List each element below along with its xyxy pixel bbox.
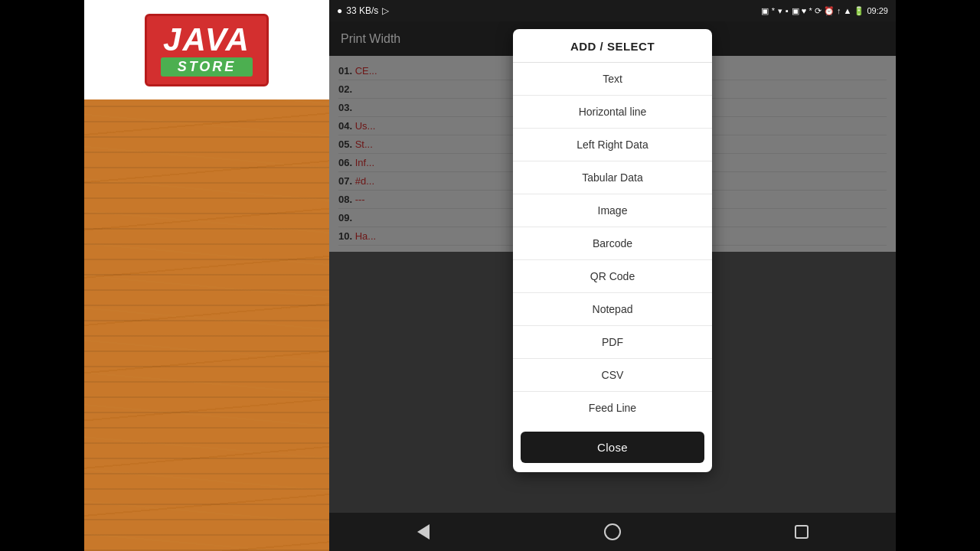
modal-dialog: ADD / SELECT Text Horizontal line Left R… xyxy=(513,29,712,472)
menu-item-left-right-data[interactable]: Left Right Data xyxy=(513,129,712,161)
nav-back-button[interactable] xyxy=(410,518,437,546)
left-bar xyxy=(0,0,84,551)
modal-overlay: ADD / SELECT Text Horizontal line Left R… xyxy=(329,21,896,513)
back-icon xyxy=(417,524,430,540)
status-bt-icon: * xyxy=(772,6,775,15)
status-wifi-icon: ▾ xyxy=(778,6,782,16)
menu-item-feed-line[interactable]: Feed Line xyxy=(513,392,712,424)
status-cast-icon: ▣ xyxy=(761,6,769,16)
menu-item-horizontal-line[interactable]: Horizontal line xyxy=(513,96,712,129)
menu-item-pdf[interactable]: PDF xyxy=(513,326,712,359)
menu-item-image[interactable]: Image xyxy=(513,194,712,227)
menu-item-barcode[interactable]: Barcode xyxy=(513,227,712,260)
modal-title: ADD / SELECT xyxy=(513,29,712,63)
menu-item-csv[interactable]: CSV xyxy=(513,359,712,392)
home-icon xyxy=(604,523,621,540)
status-left-icons: ● 33 KB/s ▷ xyxy=(337,5,389,16)
status-right-icons: ▣ * ▾ ▪ ▣ ♥ * ⟳ ⏰ ↑ ▲ 🔋 09:29 xyxy=(761,6,888,16)
menu-item-text[interactable]: Text xyxy=(513,63,712,96)
nav-bar xyxy=(329,513,896,551)
status-play-icon: ▷ xyxy=(382,5,389,16)
logo-container: JAVA STORE xyxy=(84,0,329,99)
modal-items-list: Text Horizontal line Left Right Data Tab… xyxy=(513,63,712,424)
logo-box: JAVA STORE xyxy=(145,14,270,86)
recents-icon xyxy=(795,525,808,539)
menu-item-notepad[interactable]: Notepad xyxy=(513,293,712,326)
logo-store-bar: STORE xyxy=(161,57,253,77)
logo-store-text: STORE xyxy=(178,59,237,74)
status-app-icon: ● xyxy=(337,5,342,16)
nav-home-button[interactable] xyxy=(599,518,626,546)
close-button[interactable]: Close xyxy=(521,432,704,463)
status-data-speed: 33 KB/s xyxy=(346,5,378,16)
logo-java: JAVA xyxy=(163,24,250,56)
status-bar: ● 33 KB/s ▷ ▣ * ▾ ▪ ▣ ♥ * ⟳ ⏰ ↑ ▲ 🔋 09:2… xyxy=(329,0,896,21)
menu-item-qr-code[interactable]: QR Code xyxy=(513,260,712,293)
menu-item-tabular-data[interactable]: Tabular Data xyxy=(513,161,712,194)
app-area: Print Width 01. CE... 02. 03. 04. Us... … xyxy=(329,21,896,513)
status-time: ▣ ♥ * ⟳ ⏰ ↑ ▲ 🔋 09:29 xyxy=(792,6,888,16)
nav-recents-button[interactable] xyxy=(788,518,815,546)
status-battery-icon: ▪ xyxy=(786,6,789,15)
right-bar xyxy=(896,0,980,551)
